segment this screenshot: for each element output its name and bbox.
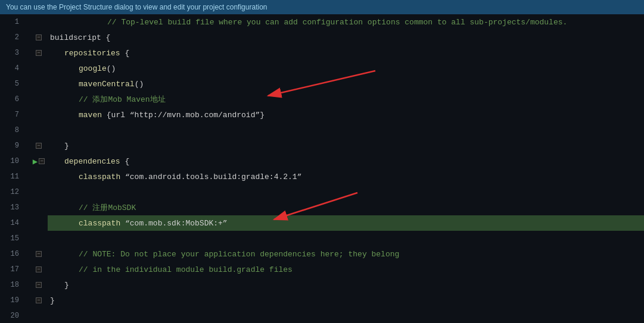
- gutter-row: −: [30, 30, 48, 45]
- gutter-row: [30, 231, 48, 246]
- gutter-row: [30, 76, 48, 92]
- line-number: 14: [0, 215, 24, 231]
- fold-icon[interactable]: −: [36, 297, 42, 303]
- token: maven: [79, 111, 102, 120]
- fold-icon[interactable]: −: [36, 35, 42, 40]
- gutter-row: [30, 308, 48, 323]
- gutter-row: ▶−: [30, 153, 48, 169]
- token: // 注册MobSDK: [79, 202, 136, 213]
- code-line: [48, 184, 644, 200]
- token: }: [64, 281, 69, 290]
- code-line: // Top-level build file where you can ad…: [48, 14, 644, 30]
- gutter-row: −: [30, 262, 48, 277]
- token: {: [120, 157, 130, 166]
- gutter-row: [30, 215, 48, 231]
- code-line: repositories {: [48, 45, 644, 61]
- info-bar-text: You can use the Project Structure dialog…: [6, 3, 267, 11]
- token: classpath: [79, 219, 120, 228]
- code-line: [48, 123, 644, 138]
- code-line: }: [48, 277, 644, 293]
- token: buildscript {: [50, 33, 110, 42]
- run-icon[interactable]: ▶: [33, 156, 38, 167]
- code-line: }: [48, 293, 644, 308]
- token: // NOTE: Do not place your application d…: [79, 250, 399, 259]
- gutter-row: −: [30, 246, 48, 262]
- code-line: classpath “com.mob.sdk:MobSDK:+”: [48, 215, 644, 231]
- line-number: 8: [0, 123, 24, 138]
- token: (): [107, 64, 116, 73]
- token: }: [64, 142, 69, 150]
- line-number: 17: [0, 262, 24, 277]
- gutter-row: [30, 169, 48, 184]
- fold-icon[interactable]: −: [36, 282, 42, 288]
- code-area: 1234567891011121314151617181920 −−−▶−−−−…: [0, 14, 644, 323]
- fold-icon[interactable]: −: [36, 143, 42, 149]
- gutter-row: [30, 14, 48, 30]
- code-line: // in the individual module build.gradle…: [48, 262, 644, 277]
- line-number: 20: [0, 308, 24, 323]
- code-line: buildscript {: [48, 30, 644, 45]
- line-number: 7: [0, 107, 24, 123]
- code-line: maven {url “http://mvn.mob.com/android”}: [48, 107, 644, 123]
- gutter-row: [30, 61, 48, 76]
- editor-container: 1234567891011121314151617181920 −−−▶−−−−…: [0, 14, 644, 323]
- line-numbers: 1234567891011121314151617181920: [0, 14, 30, 323]
- line-number: 15: [0, 231, 24, 246]
- fold-icon[interactable]: −: [39, 158, 45, 164]
- gutter-row: −: [30, 277, 48, 293]
- gutter-row: −: [30, 138, 48, 153]
- line-number: 10: [0, 153, 24, 169]
- line-number: 2: [0, 30, 24, 45]
- code-line: [48, 231, 644, 246]
- code-line: // 注册MobSDK: [48, 200, 644, 215]
- fold-icon[interactable]: −: [36, 266, 42, 272]
- gutter-row: [30, 184, 48, 200]
- token: mavenCentral: [79, 80, 135, 89]
- code-line: classpath “com.android.tools.build:gradl…: [48, 169, 644, 184]
- token: {url “http://mvn.mob.com/android”}: [102, 111, 265, 120]
- code-line: mavenCentral(): [48, 76, 644, 92]
- token: repositories: [64, 49, 120, 58]
- line-number: 11: [0, 169, 24, 184]
- line-number: 19: [0, 293, 24, 308]
- fold-icon[interactable]: −: [36, 50, 42, 56]
- gutter-row: [30, 123, 48, 138]
- gutter: −−−▶−−−−−: [30, 14, 48, 323]
- token: // Top-level build file where you can ad…: [107, 18, 567, 27]
- line-number: 9: [0, 138, 24, 153]
- token: (): [135, 80, 144, 89]
- code-content[interactable]: // Top-level build file where you can ad…: [48, 14, 644, 323]
- gutter-row: [30, 200, 48, 215]
- gutter-row: [30, 92, 48, 107]
- token: “com.mob.sdk:MobSDK:+”: [120, 219, 227, 228]
- token: “com.android.tools.build:gradle:4.2.1”: [120, 173, 301, 181]
- gutter-row: −: [30, 293, 48, 308]
- token: classpath: [79, 173, 120, 181]
- line-number: 13: [0, 200, 24, 215]
- code-line: }: [48, 138, 644, 153]
- token: dependencies: [64, 157, 120, 166]
- line-number: 18: [0, 277, 24, 293]
- gutter-row: [30, 107, 48, 123]
- line-number: 1: [0, 14, 24, 30]
- line-number: 12: [0, 184, 24, 200]
- line-number: 16: [0, 246, 24, 262]
- gutter-row: −: [30, 45, 48, 61]
- fold-icon[interactable]: −: [36, 251, 42, 257]
- code-line: // 添加Mob Maven地址: [48, 92, 644, 107]
- code-line: dependencies {: [48, 153, 644, 169]
- code-line: [48, 308, 644, 323]
- token: google: [79, 64, 107, 73]
- line-number: 6: [0, 92, 24, 107]
- line-number: 4: [0, 61, 24, 76]
- line-number: 5: [0, 76, 24, 92]
- line-number: 3: [0, 45, 24, 61]
- code-line: google(): [48, 61, 644, 76]
- code-line: // NOTE: Do not place your application d…: [48, 246, 644, 262]
- token: }: [50, 296, 55, 305]
- info-bar: You can use the Project Structure dialog…: [0, 0, 644, 14]
- token: // 添加Mob Maven地址: [79, 94, 166, 105]
- token: // in the individual module build.gradle…: [79, 265, 293, 274]
- token: {: [120, 49, 130, 58]
